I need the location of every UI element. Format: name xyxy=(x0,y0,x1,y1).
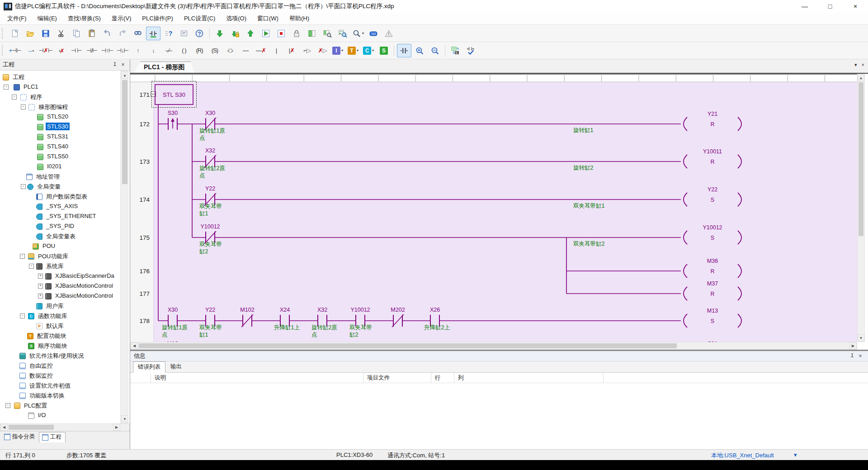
collapse-icon[interactable]: - xyxy=(21,104,26,109)
menu-item-plc-operate[interactable]: PLC操作(P) xyxy=(137,13,179,24)
tree-item-label[interactable]: 工程 xyxy=(11,73,26,82)
tree-item-label[interactable]: STLS31 xyxy=(46,133,70,140)
scroll-down-icon[interactable]: ▼ xyxy=(121,415,128,423)
contact-comment[interactable]: 双夹耳带 xyxy=(349,324,372,331)
close-icon[interactable]: × xyxy=(119,61,127,69)
tree-item-label[interactable]: STLS30 xyxy=(46,123,70,130)
tree-item-XJBasicMotionControl[interactable]: +XJBasicMotionControl xyxy=(0,291,130,301)
tree-item-_SYS_PID[interactable]: _SYS_PID xyxy=(0,222,130,232)
tree-item-数据监控[interactable]: 数据监控 xyxy=(0,371,130,381)
tree-item-全局变量表[interactable]: 全局变量表 xyxy=(0,232,130,242)
tree-item-_SYS_ETHERNET[interactable]: _SYS_ETHERNET xyxy=(0,212,130,222)
collapse-icon[interactable]: - xyxy=(29,264,34,269)
tree-item-XJBasicEipScannerDa[interactable]: +XJBasicEipScannerDa xyxy=(0,271,130,281)
contact-rising-icon[interactable]: ⊣↑⊢ xyxy=(100,44,114,57)
tree-item-label[interactable]: XJBasicMotionControl xyxy=(54,292,114,299)
hscroll-thumb[interactable] xyxy=(139,343,677,348)
menu-item-find-replace[interactable]: 查找\替换(S) xyxy=(62,13,106,24)
close-icon[interactable]: × xyxy=(856,352,864,360)
contact-comment[interactable]: 点 xyxy=(162,332,168,338)
scroll-up-icon[interactable]: ▲ xyxy=(858,74,864,81)
contact-comment[interactable]: 双夹耳带 xyxy=(199,241,222,247)
tree-item-程序[interactable]: -程序 xyxy=(0,92,130,102)
arrow-down-icon[interactable]: ↓ xyxy=(146,44,160,57)
lock-icon[interactable] xyxy=(289,27,304,40)
scroll-left-icon[interactable]: ◀ xyxy=(131,342,138,349)
tree-item-PLC配置[interactable]: -PLC配置 xyxy=(0,401,130,411)
width-adjust-icon[interactable] xyxy=(397,44,411,57)
tree-item-label[interactable]: 程序 xyxy=(29,93,43,102)
tree-item-label[interactable]: 默认库 xyxy=(45,322,65,331)
coil-reset-icon[interactable]: (R) xyxy=(192,44,207,57)
collapse-icon[interactable]: - xyxy=(12,95,17,100)
tree-item-label[interactable]: 梯形图编程 xyxy=(37,103,69,112)
help-icon[interactable]: ? xyxy=(192,27,207,40)
instruction-i-icon[interactable]: I▾ xyxy=(330,44,345,57)
arrow-up-icon[interactable]: ↑ xyxy=(131,44,145,57)
tree-item-label[interactable]: STLS20 xyxy=(46,113,70,120)
minimize-button[interactable]: — xyxy=(792,0,817,13)
contact-comment[interactable]: 点 xyxy=(311,332,317,338)
tree-item-用户库[interactable]: 用户库 xyxy=(0,301,130,311)
menu-item-file[interactable]: 文件(F) xyxy=(2,13,32,24)
pin-icon[interactable] xyxy=(111,61,119,69)
contact-closed-icon[interactable]: ⊣/⊢ xyxy=(85,44,99,57)
tree-item-I0201[interactable]: I0201 xyxy=(0,162,130,172)
find-icon[interactable] xyxy=(131,27,145,40)
collapse-icon[interactable]: - xyxy=(21,184,26,189)
coil-comment[interactable]: 旋转缸1 xyxy=(573,127,594,133)
info-table-body[interactable] xyxy=(130,383,868,451)
menu-item-options[interactable]: 选项(O) xyxy=(221,13,252,24)
tree-item-label[interactable]: 配置功能块 xyxy=(36,332,68,341)
tree-item-STLS20[interactable]: STLS20 xyxy=(0,112,130,122)
tree-item-label[interactable]: I/O xyxy=(37,411,47,419)
vscroll-thumb[interactable] xyxy=(122,80,127,184)
tab-list-dropdown-icon[interactable]: ▾ xyxy=(854,62,857,68)
contact-comment[interactable]: 升降缸2上 xyxy=(424,324,450,331)
instruction-list-icon[interactable]: ? xyxy=(161,27,176,40)
tree-item-工程[interactable]: 工程 xyxy=(0,72,130,82)
tree-item-地址管理[interactable]: 地址管理 xyxy=(0,172,130,182)
redo-icon[interactable] xyxy=(115,27,130,40)
tree-item-label[interactable]: 函数功能库 xyxy=(37,312,69,321)
panel-tab-工程[interactable]: 工程 xyxy=(39,432,66,442)
tree-item-STLS30[interactable]: STLS30 xyxy=(0,122,130,132)
ld-il-convert-icon[interactable]: IL xyxy=(448,44,462,57)
tree-item-系统库[interactable]: -系统库 xyxy=(0,261,130,271)
info-tab-错误列表[interactable]: 错误列表 xyxy=(133,361,165,373)
delete-line-mode-icon[interactable]: ✗▷ xyxy=(315,44,330,57)
tree-item-label[interactable]: 功能版本切换 xyxy=(28,391,66,400)
tree-item-label[interactable]: 自由监控 xyxy=(28,361,54,370)
close-button[interactable]: × xyxy=(843,0,868,13)
menu-item-window[interactable]: 窗口(W) xyxy=(252,13,284,24)
find-device-icon[interactable]: ▾ xyxy=(351,27,365,40)
tree-item-label[interactable]: 地址管理 xyxy=(35,172,61,181)
cut-icon[interactable] xyxy=(54,27,68,40)
online-ladder-icon[interactable] xyxy=(305,27,319,40)
tree-item-label[interactable]: XJBasicEipScannerDa xyxy=(54,272,116,280)
tree-item-label[interactable]: I0201 xyxy=(46,162,63,170)
tree-item-label[interactable]: POU xyxy=(41,242,57,250)
open-file-icon[interactable] xyxy=(23,27,38,40)
tree-item-_SYS_AXIS[interactable]: _SYS_AXIS xyxy=(0,202,130,212)
menu-item-plc-config[interactable]: PLC设置(C) xyxy=(179,13,221,24)
delete-row-icon[interactable]: ⹀✗ xyxy=(54,44,68,57)
tree-item-设置软元件初值[interactable]: 设置软元件初值 xyxy=(0,381,130,391)
contact-comment[interactable]: 旋转缸2原 xyxy=(311,324,337,331)
tree-item-label[interactable]: 系统库 xyxy=(45,262,65,271)
expand-icon[interactable]: + xyxy=(38,274,43,279)
tree-item-STLS50[interactable]: STLS50 xyxy=(0,152,130,162)
delete-node-icon[interactable]: ⊣✗⊢ xyxy=(38,44,53,57)
tree-item-全局变量[interactable]: -全局变量 xyxy=(0,182,130,192)
maximize-button[interactable]: □ xyxy=(817,0,843,13)
pin-icon[interactable] xyxy=(848,352,856,360)
menu-item-edit[interactable]: 编辑(E) xyxy=(32,13,62,24)
project-tree-hscrollbar[interactable]: ◀ ▶ xyxy=(0,423,130,431)
tree-item-软元件注释/使用状况[interactable]: 软元件注释/使用状况 xyxy=(0,351,130,361)
com-port-icon[interactable] xyxy=(366,27,381,40)
contact-comment[interactable]: 缸2 xyxy=(349,332,359,338)
tree-item-函数功能库[interactable]: -C函数功能库 xyxy=(0,311,130,321)
upload-program-icon[interactable] xyxy=(243,27,258,40)
delete-vertical-line-icon[interactable]: |✗ xyxy=(284,44,299,57)
ladder-diagram[interactable]: 171STL S30172S30X30旋转缸1原点RY21旋转缸1173X32旋… xyxy=(130,74,868,343)
